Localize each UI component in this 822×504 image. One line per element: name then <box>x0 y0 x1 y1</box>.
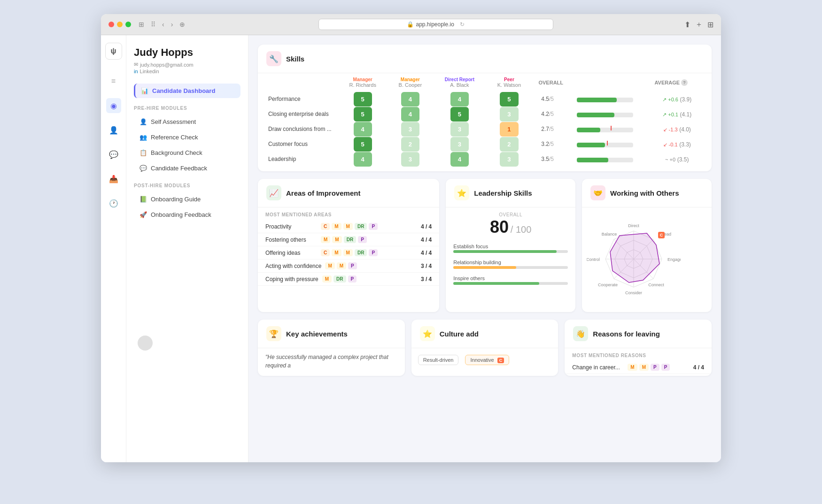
grid-view[interactable]: ⠿ <box>149 20 157 29</box>
onboarding-feedback-icon: 🚀 <box>140 211 147 218</box>
main-content: 🔧 Skills Manager R. Richards <box>248 35 721 462</box>
score-bar-cell <box>563 137 649 152</box>
score-m1: 4 <box>354 152 372 167</box>
score-dr: 4 <box>450 152 469 167</box>
dashboard-icon: 📊 <box>141 87 148 94</box>
badges-group: MMDRP <box>321 236 367 243</box>
url-text: app.hipeople.io <box>416 21 454 28</box>
close-button[interactable] <box>109 22 114 27</box>
nav-background-check[interactable]: 📋 Background Check <box>134 145 240 160</box>
score-bar-cell <box>563 107 649 122</box>
culture-tags: Result-driven Innovative C <box>411 348 558 372</box>
improvement-row: Offering ideas CMMDRP 4 / 4 <box>258 246 439 260</box>
manager1-role: Manager <box>343 77 382 82</box>
peer-name: K. Watson <box>492 82 526 88</box>
overall-score: 3.2/5 <box>532 137 563 152</box>
skill-bar-fill <box>453 266 516 269</box>
maximize-button[interactable] <box>125 22 131 27</box>
sidebar-icon-layers[interactable]: ≡ <box>106 74 121 89</box>
badge-m: M <box>343 223 353 230</box>
nav-candidate-dashboard[interactable]: 📊 Candidate Dashboard <box>134 84 240 98</box>
badge-dr: DR <box>355 249 367 256</box>
share-icon[interactable]: ⬆ <box>684 20 690 29</box>
skills-title: Skills <box>286 55 304 63</box>
sidebar-icon-person[interactable]: 👤 <box>106 122 121 137</box>
icon-sidebar: ψ ≡ ◉ 👤 💬 📥 🕐 <box>101 35 126 462</box>
score-p: 3 <box>500 152 518 167</box>
leadership-card: ⭐ Leadership Skills OVERALL 80 / 100 Est… <box>446 179 575 312</box>
score-p: 1 <box>500 122 518 137</box>
nav-self-assessment[interactable]: 👤 Self Assessment <box>134 115 240 129</box>
badge: M <box>639 364 649 371</box>
improvement-score: 3 / 4 <box>421 276 432 283</box>
privacy-icon[interactable]: ⊕ <box>178 20 187 29</box>
bottom-cards-row: 🏆 Key achievements "He successfully mana… <box>258 320 712 376</box>
leadership-title: Leadership Skills <box>474 189 532 197</box>
sidebar-icon-chat[interactable]: 💬 <box>106 147 121 162</box>
sidebar-icon-inbox[interactable]: 📥 <box>106 171 121 186</box>
culture-tag-innovative: Innovative C <box>465 355 509 365</box>
score-p: 5 <box>500 92 518 107</box>
reasons-row: Change in career... MMPP 4 / 4 <box>565 361 712 374</box>
culture-badge-c: C <box>497 358 504 363</box>
candidate-linkedin[interactable]: in Linkedin <box>134 69 240 74</box>
nav-onboarding-guide[interactable]: 📗 Onboarding Guide <box>134 192 240 206</box>
minimize-button[interactable] <box>117 22 123 27</box>
skill-bar <box>453 282 568 285</box>
refresh-icon[interactable]: ↻ <box>460 21 465 28</box>
forward-button[interactable]: › <box>169 20 175 29</box>
improvement-header: 📈 Areas of Improvement <box>258 179 439 207</box>
direct-name: A. Black <box>438 82 481 88</box>
score-dr: 4 <box>450 92 469 107</box>
manager2-role: Manager <box>393 77 427 82</box>
nav-reference-check[interactable]: 👥 Reference Check <box>134 130 240 145</box>
skills-row: Leadership 4 3 4 3 3.5/5 ~ +0 (3.5) <box>263 152 707 167</box>
achievements-icon: 🏆 <box>266 326 281 341</box>
new-tab-icon[interactable]: ＋ <box>695 20 703 30</box>
improvement-score: 4 / 4 <box>421 223 432 230</box>
badge-m: M <box>332 236 341 243</box>
leadership-header: ⭐ Leadership Skills <box>446 179 575 207</box>
sidebar-toggle[interactable]: ⊞ <box>137 20 146 29</box>
help-icon[interactable]: ? <box>681 79 688 86</box>
score-dr: 5 <box>450 107 469 122</box>
sidebar-icon-dashboard[interactable]: ◉ <box>106 98 121 113</box>
working-with-others-card: 🤝 Working with Others <box>582 179 712 312</box>
badge-c: C <box>321 249 330 256</box>
sidebar-icon-clock[interactable]: 🕐 <box>106 196 121 211</box>
culture-title: Culture add <box>440 330 479 338</box>
skill-name: Closing enterprise deals <box>263 107 338 122</box>
badge: M <box>628 364 637 371</box>
tabs-icon[interactable]: ⊞ <box>707 20 713 29</box>
score-bar-cell <box>563 152 649 167</box>
badge-p: P <box>348 262 357 269</box>
delta-cell: ~ +0 (3.5) <box>649 152 707 167</box>
improvement-name: Offering ideas <box>265 250 317 256</box>
badge-m: M <box>325 262 334 269</box>
achievements-card: 🏆 Key achievements "He successfully mana… <box>258 320 405 376</box>
badges-group: CMMDRP <box>321 249 378 256</box>
leadership-icon: ⭐ <box>454 185 469 200</box>
improvement-score: 3 / 4 <box>421 263 432 269</box>
score-bar-cell <box>563 92 649 107</box>
badge-dr: DR <box>355 223 367 230</box>
nav-onboarding-feedback[interactable]: 🚀 Onboarding Feedback <box>134 207 240 222</box>
address-bar[interactable]: 🔒 app.hipeople.io ↻ <box>318 19 553 30</box>
improvement-sub-label: MOST MENTIONED AREAS <box>258 207 439 220</box>
skills-row: Closing enterprise deals 5 4 5 3 4.2/5 ↗… <box>263 107 707 122</box>
logo[interactable]: ψ <box>105 43 122 60</box>
reasons-title: Reasons for leaving <box>593 330 660 338</box>
manager2-name: B. Cooper <box>393 82 427 88</box>
radar-chart: Direct Lead Engage Connect Consider Coop… <box>587 212 681 306</box>
skill-name: Draw conclusions from ... <box>263 122 338 137</box>
score-m2: 3 <box>401 152 419 167</box>
culture-card: ⭐ Culture add Result-driven Innovative C <box>411 320 558 376</box>
score-m1: 4 <box>354 122 372 137</box>
browser-actions: ⬆ ＋ ⊞ <box>684 20 713 30</box>
nav-candidate-feedback[interactable]: 💬 Candidate Feedback <box>134 161 240 176</box>
leadership-overall: OVERALL 80 / 100 <box>446 207 575 242</box>
email-icon: ✉ <box>134 61 138 68</box>
score-p: 3 <box>500 107 518 122</box>
back-button[interactable]: ‹ <box>160 20 166 29</box>
badge-m: M <box>332 223 341 230</box>
